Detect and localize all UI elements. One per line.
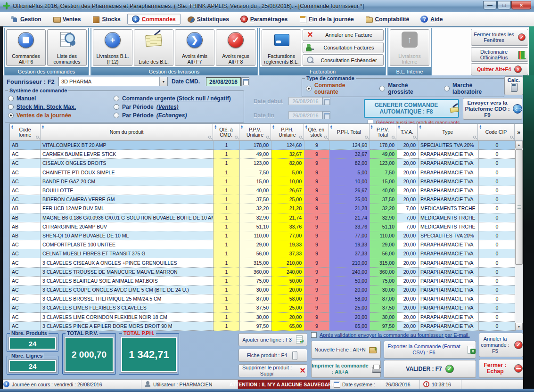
column-header-qte-a-cmd[interactable]: ▲▼Qté. à CMD. — [213, 124, 239, 140]
filter-magnifier-icon[interactable] — [208, 136, 211, 139]
table-row[interactable]: ACCELNAT MUESLI FIBRES ET TRANSIT 375 G1… — [10, 249, 523, 258]
radio-icon[interactable] — [444, 86, 450, 91]
date-cmd-field[interactable]: 26/08/2016 — [206, 77, 241, 86]
send-platform-button[interactable]: Envoyer vers la Plateforme CDO : F9 — [463, 98, 522, 120]
radio-icon[interactable] — [379, 86, 385, 91]
table-row[interactable]: ABCITRARGININE 20AMP BUV151,1033,76933,7… — [10, 222, 523, 231]
table-row[interactable]: ABVITALCOMPLEX BT 20 AMP1178,00124,60912… — [10, 141, 523, 150]
button-facturations-reglements-b-l[interactable]: Facturations réglements B.L. — [262, 29, 301, 66]
button-avoirs-recus-alt-f8[interactable]: ✓Avoirs reçus Alt+F8 — [216, 29, 255, 66]
button-fermer-toutes-les-fenetres[interactable]: Fermer toutes les Fenêtres✓ — [471, 29, 528, 46]
checkbox-icon[interactable] — [311, 332, 317, 338]
radio-icon[interactable] — [114, 104, 119, 110]
menu-item-stocks[interactable]: Stocks — [87, 14, 125, 24]
column-header-p-p-v-total[interactable]: ▲▼P.P.V. Total — [370, 124, 397, 140]
radio-icon[interactable] — [306, 86, 312, 91]
radio-manuel[interactable]: Manuel — [8, 95, 76, 102]
button-liste-des-commandes[interactable]: Liste des commandes — [47, 29, 87, 66]
table-row[interactable]: AC3 CLAVELES CISEAUX A ONGLES +PINCE GRE… — [10, 258, 523, 267]
column-header-p-ph-unitaire[interactable]: ▲▼P.PH. Unitaire — [271, 124, 304, 140]
column-header-t-v-a[interactable]: ▲▼T.V.A. — [396, 124, 418, 140]
column-header-code-cip[interactable]: ▲▼Code CIP — [478, 124, 515, 140]
table-row[interactable]: AC3 CLAVELES COUPE ONGLES AVEC LIME 5 CM… — [10, 286, 523, 294]
column-header-type[interactable]: ▲▼Type — [418, 124, 478, 140]
table-row[interactable]: AC3 CLAVELES TROUSSE DE MANUCURE MAUVE.M… — [10, 268, 523, 277]
radio-commande-urgente-stock-null-negatif[interactable]: Commande urgente (Stock null / négatif) — [114, 95, 231, 102]
button-quitter-alt-f4[interactable]: Quitter Alt+F4× — [471, 63, 528, 75]
table-row[interactable]: AC3 CLAVELES PINCE A EPILER DORE MORS DR… — [10, 322, 523, 331]
radio-commande-courante[interactable]: Commande courante — [306, 82, 367, 95]
more-columns-indicator[interactable]: » — [515, 124, 523, 140]
table-row[interactable]: ABMAGNE B6 0.186 G/0.0936 G/0.01 G SOLUT… — [10, 213, 523, 222]
minimize-button[interactable]: — — [483, 1, 497, 9]
table-row[interactable]: ACCISEAUX ONGLES DROITS1123,0082,00982,0… — [10, 159, 523, 168]
filter-magnifier-icon[interactable] — [510, 136, 513, 139]
product-sheet-button[interactable]: Fiche produit : F4 — [238, 349, 307, 362]
scroll-up-icon[interactable]: ▲ — [515, 141, 523, 148]
column-header-code-forme[interactable]: ▲▼Code forme — [10, 124, 41, 140]
radio-icon[interactable] — [114, 113, 119, 118]
column-header-p-p-v-unitaire[interactable]: ▲▼P.P.V. Unitaire — [239, 124, 271, 140]
menu-item-comptabilite[interactable]: Comptabilité — [361, 14, 414, 24]
close-button[interactable]: × — [511, 1, 531, 9]
column-header-p-ph-total[interactable]: ▲▼P.PH. Total — [329, 124, 370, 140]
filter-magnifier-icon[interactable] — [324, 136, 327, 139]
table-row[interactable]: AC3 CLAVELES BLAIREAU SOIE ANIMALE MAT.B… — [10, 277, 523, 286]
table-row[interactable]: ACBOUILLOTTE140,0026,67926,6740,0020,00P… — [10, 186, 523, 195]
menu-item-fin-de-la-journee[interactable]: Fin de la journée — [294, 14, 358, 24]
table-row[interactable]: ABSHEN-QI 10 AMP BUVABLE DE 10 ML1110,00… — [10, 231, 523, 240]
radio-par-periode-ventes[interactable]: Par Période(Ventes) — [114, 104, 231, 110]
filter-magnifier-icon[interactable] — [266, 136, 269, 139]
radio-stock-min-stock-max[interactable]: Stock Min. Stock Max. — [8, 104, 76, 110]
radio-icon[interactable] — [114, 96, 119, 101]
filter-magnifier-icon[interactable] — [473, 136, 476, 139]
column-header-nom-du-produit[interactable]: ▲▼Nom du produit — [41, 124, 213, 140]
button-annuler-une-facture[interactable]: Annuler une Facture — [303, 29, 384, 41]
button-commandes-alt-f6[interactable]: Commandes Alt+F6 — [6, 29, 46, 66]
menu-item-gestion[interactable]: Gestion — [6, 14, 46, 24]
button-avoirs-emis-alt-f7[interactable]: ❯Avoirs émis Alt+F7 — [175, 29, 214, 66]
radio-marche-grossiste[interactable]: Marché grossiste — [379, 82, 432, 95]
radio-icon[interactable] — [8, 104, 14, 110]
table-row[interactable]: ABFER UCB 12AMP BUV 5ML132,2021,28921,28… — [10, 204, 523, 213]
radio-par-periode-echanges[interactable]: Par Période(Echanges) — [114, 112, 231, 119]
table-row[interactable]: ACCHAINETTE PTI DOUX SIMPLE17,505,0095,0… — [10, 168, 523, 177]
supplier-select[interactable]: 3D PHARMA ▼ — [58, 77, 168, 86]
filter-magnifier-icon[interactable] — [235, 136, 238, 139]
table-row[interactable]: ACBIBERON CAMERA VERRE GM137,5025,00925,… — [10, 195, 523, 204]
scroll-down-icon[interactable]: ▼ — [515, 323, 523, 330]
button-consultation-factures[interactable]: Consultation Factures — [303, 42, 384, 54]
validate-button[interactable]: VALIDER : F7 ✓ — [384, 360, 476, 378]
button-livraisons-b-l-f12[interactable]: +Livraisons B.L. (F12) — [93, 29, 132, 66]
button-liste-des-b-l[interactable]: Liste des B.L. — [134, 29, 173, 66]
calendar-icon[interactable] — [241, 77, 249, 86]
radio-ventes-de-la-journee[interactable]: Ventes de la journée — [8, 112, 76, 119]
close-escape-button[interactable]: Fermer : Echap — [479, 359, 523, 378]
column-header-qte-en-stock[interactable]: ▲▼Qté. en stock — [304, 124, 329, 140]
filter-magnifier-icon[interactable] — [413, 136, 416, 139]
button-dictionnaire-officinaplus[interactable]: Dictionnaire OfficinaPlus — [471, 47, 528, 62]
calc-button[interactable]: Calc. — [504, 76, 523, 95]
table-row[interactable]: ACBANDE DE GAZ 20 CM115,0010,00910,0015,… — [10, 177, 523, 186]
radio-icon[interactable] — [8, 96, 14, 101]
radio-icon[interactable] — [8, 113, 14, 118]
menu-item-statistiques[interactable]: Statistiques — [182, 14, 234, 24]
print-order-button[interactable]: Imprimer la commande : Alt+A — [311, 360, 381, 378]
table-row[interactable]: AC3 CLAVELES LIMES FLEXIBLES 3 CLAVELES1… — [10, 303, 523, 312]
menu-item-aide[interactable]: Aide — [416, 14, 447, 24]
vertical-scrollbar[interactable]: ▲ ▼ — [515, 141, 523, 330]
generate-order-button[interactable]: GENERER COMMANDE AUTOMATIQUE : F8 — [364, 99, 459, 118]
new-sheet-button[interactable]: Nouvelle Fiche : Alt+N — [311, 341, 381, 359]
delete-product-button[interactable]: Supprimer le produit : Suppr — [238, 364, 307, 377]
button-consultation-echeancier[interactable]: Consultation Echéancier — [303, 54, 384, 66]
email-after-validation-checkbox[interactable]: Aprés validation envoyer la commande au … — [311, 332, 470, 338]
table-row[interactable]: ACCOMFORTPLASTE 100 UNITEE129,0019,33919… — [10, 240, 523, 249]
table-row[interactable]: AC3 CLAVELES BROSSE THERMIQUE 25 MM/24.5… — [10, 294, 523, 303]
table-row[interactable]: AC3 CLAVELES LIME CORINDON FLEXIBLE NOIR… — [10, 313, 523, 322]
scrollbar-thumb[interactable] — [515, 149, 523, 265]
add-line-button[interactable]: Ajouter une ligne : F3 — [238, 333, 307, 346]
cancel-order-button[interactable]: Annuler la commande : F5 ✓ — [479, 333, 523, 357]
filter-magnifier-icon[interactable] — [299, 136, 302, 139]
filter-magnifier-icon[interactable] — [365, 136, 368, 139]
filter-magnifier-icon[interactable] — [392, 136, 394, 139]
